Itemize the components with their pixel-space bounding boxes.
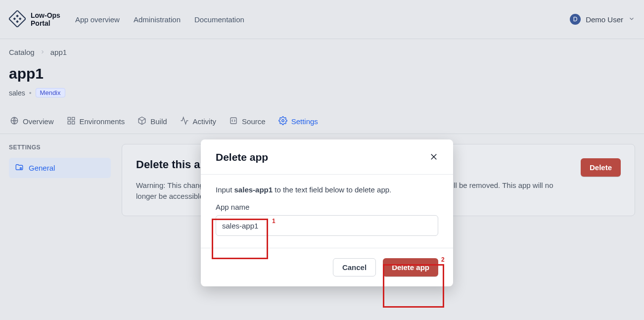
modal-instruction: Input sales-app1 to the text field below… — [216, 185, 438, 194]
owner-label: sales — [9, 89, 25, 97]
tab-overview-label: Overview — [23, 117, 54, 126]
svg-rect-3 — [13, 17, 16, 20]
svg-rect-4 — [16, 20, 19, 23]
nav-documentation[interactable]: Documentation — [194, 15, 244, 24]
modal-header: Delete app — [201, 139, 453, 175]
tab-settings-label: Settings — [291, 117, 318, 126]
page-header-region: Catalog app1 app1 sales • Mendix — [0, 39, 644, 97]
svg-rect-0 — [9, 10, 26, 27]
tab-settings[interactable]: Settings — [277, 116, 319, 134]
close-icon[interactable] — [429, 152, 438, 163]
breadcrumb-current: app1 — [50, 48, 67, 56]
grid-icon — [67, 116, 76, 127]
page-title: app1 — [9, 65, 635, 82]
cancel-button[interactable]: Cancel — [333, 258, 376, 276]
main-nav: App overview Administration Documentatio… — [75, 15, 244, 24]
svg-rect-10 — [230, 118, 236, 124]
sidebar-item-general-label: General — [29, 164, 55, 172]
activity-icon — [180, 116, 189, 127]
brand-line2: Portal — [31, 19, 60, 27]
globe-icon — [10, 116, 19, 127]
svg-rect-2 — [19, 17, 22, 20]
svg-rect-1 — [16, 14, 19, 17]
brand: Low-Ops Portal — [9, 10, 60, 29]
modal-instruction-suffix: to the text field below to delete app. — [273, 185, 391, 194]
folder-gear-icon — [15, 163, 24, 173]
sidebar-item-general[interactable]: General — [9, 158, 111, 178]
breadcrumb: Catalog app1 — [9, 48, 635, 56]
brand-name: Low-Ops Portal — [31, 11, 60, 27]
app-header: Low-Ops Portal App overview Administrati… — [0, 0, 644, 39]
user-name: Demo User — [586, 15, 623, 24]
svg-rect-6 — [68, 117, 70, 120]
tab-bar: Overview Environments Build Activity Sou… — [0, 116, 644, 134]
tab-build-label: Build — [150, 117, 167, 126]
modal-instruction-prefix: Input — [216, 185, 234, 194]
modal-body: Input sales-app1 to the text field below… — [201, 175, 453, 248]
settings-sidebar-heading: SETTINGS — [9, 144, 111, 151]
brand-logo-icon — [9, 10, 26, 29]
page-meta: sales • Mendix — [9, 88, 635, 97]
tab-environments-label: Environments — [80, 117, 125, 126]
breadcrumb-root[interactable]: Catalog — [9, 48, 35, 56]
nav-app-overview[interactable]: App overview — [75, 15, 120, 24]
annotation-number-2: 2 — [441, 256, 445, 263]
gear-icon — [278, 116, 287, 127]
settings-sidebar: SETTINGS General — [9, 144, 111, 216]
tab-source[interactable]: Source — [228, 116, 267, 134]
confirm-delete-button[interactable]: Delete app — [383, 258, 438, 276]
tab-source-label: Source — [242, 117, 266, 126]
framework-tag: Mendix — [36, 88, 65, 97]
svg-rect-7 — [72, 117, 74, 120]
user-menu[interactable]: D Demo User — [570, 14, 635, 25]
delete-button[interactable]: Delete — [581, 158, 621, 177]
annotation-number-1: 1 — [272, 218, 276, 225]
tab-environments[interactable]: Environments — [66, 116, 126, 134]
avatar: D — [570, 14, 581, 25]
nav-administration[interactable]: Administration — [134, 15, 181, 24]
svg-point-12 — [20, 168, 22, 169]
svg-point-11 — [281, 120, 284, 122]
chevron-down-icon — [628, 15, 635, 24]
modal-instruction-appname: sales-app1 — [234, 185, 273, 194]
modal-footer: Cancel Delete app — [201, 248, 453, 286]
app-name-label: App name — [216, 203, 438, 211]
svg-rect-9 — [72, 122, 74, 124]
dot-separator: • — [29, 89, 32, 97]
tab-activity[interactable]: Activity — [179, 116, 218, 134]
svg-rect-8 — [68, 122, 70, 124]
app-name-input[interactable] — [216, 215, 438, 236]
modal-title: Delete app — [216, 151, 268, 163]
tab-activity-label: Activity — [193, 117, 217, 126]
tab-build[interactable]: Build — [137, 116, 168, 134]
tab-overview[interactable]: Overview — [9, 116, 55, 134]
brand-line1: Low-Ops — [31, 11, 60, 19]
package-icon — [138, 116, 146, 127]
chevron-right-icon — [40, 48, 46, 56]
delete-app-modal: Delete app Input sales-app1 to the text … — [201, 139, 453, 286]
code-brackets-icon — [229, 116, 238, 127]
